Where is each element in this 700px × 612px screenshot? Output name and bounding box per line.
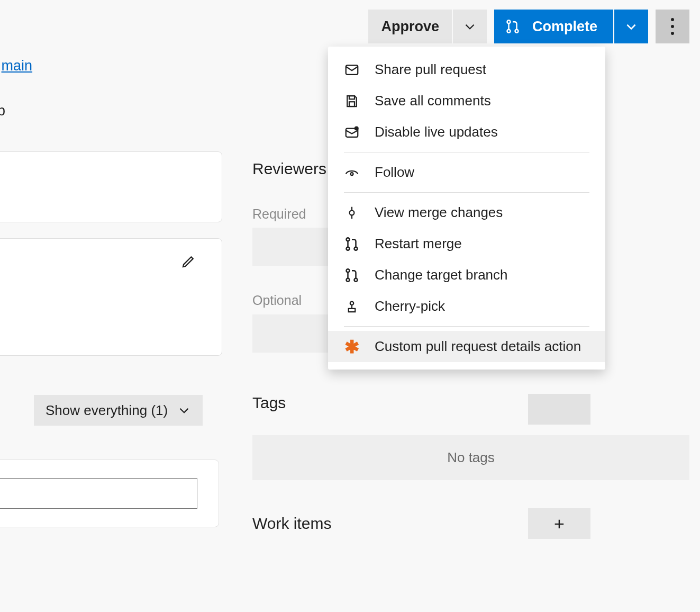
workitems-heading: Work items [252, 515, 331, 533]
svg-point-12 [354, 247, 358, 250]
svg-point-9 [350, 210, 354, 215]
optional-reviewer-slot[interactable] [252, 314, 337, 353]
required-reviewer-slot[interactable] [252, 228, 337, 266]
menu-label: Share pull request [375, 61, 486, 78]
target-branch-breadcrumb: o main [0, 58, 32, 74]
live-updates-icon [344, 124, 360, 140]
svg-rect-5 [349, 102, 354, 106]
svg-point-10 [347, 238, 350, 241]
menu-label: Restart merge [375, 236, 462, 252]
description-card [0, 151, 222, 222]
menu-save-comments[interactable]: Save all comments [328, 85, 605, 116]
chevron-down-icon [177, 403, 191, 417]
mail-icon [344, 62, 360, 78]
tab-fragment: ab [0, 103, 5, 119]
svg-point-16 [350, 301, 354, 305]
edit-button[interactable] [180, 254, 196, 269]
chevron-down-icon [624, 20, 638, 33]
svg-point-13 [347, 269, 350, 272]
svg-point-15 [354, 278, 358, 281]
menu-separator [344, 152, 589, 152]
comment-input-card [0, 460, 219, 527]
menu-separator [344, 192, 589, 193]
comment-card [0, 238, 222, 356]
svg-point-7 [354, 126, 359, 130]
menu-share-pr[interactable]: Share pull request [328, 54, 605, 85]
svg-rect-4 [349, 96, 354, 99]
menu-follow[interactable]: Follow [328, 157, 605, 188]
reviewers-heading: Reviewers [252, 160, 326, 178]
required-label: Required [252, 206, 306, 222]
branch-link-main[interactable]: main [2, 58, 33, 74]
menu-disable-live[interactable]: Disable live updates [328, 116, 605, 148]
branch-icon [344, 236, 360, 252]
comments-filter-button[interactable]: Show everything (1) [34, 395, 203, 426]
menu-separator [344, 326, 589, 327]
approve-label: Approve [381, 19, 439, 35]
filter-label: Show everything (1) [46, 402, 168, 419]
complete-dropdown[interactable] [614, 10, 648, 43]
menu-custom-action[interactable]: ✱ Custom pull request details action [328, 331, 605, 362]
tags-heading: Tags [252, 394, 286, 412]
tags-empty-state[interactable]: No tags [252, 435, 689, 480]
pr-action-bar: Approve Complete [368, 10, 700, 43]
commit-icon [344, 205, 360, 221]
menu-label: Cherry-pick [375, 298, 445, 314]
cherry-pick-icon [344, 299, 360, 314]
chevron-down-icon [463, 20, 477, 33]
complete-split-button: Complete [494, 10, 648, 43]
asterisk-icon: ✱ [344, 339, 360, 355]
no-tags-label: No tags [447, 449, 495, 466]
menu-label: Save all comments [375, 93, 491, 109]
save-icon [344, 93, 360, 109]
svg-point-0 [507, 20, 510, 23]
complete-label: Complete [532, 19, 597, 35]
svg-point-14 [347, 278, 350, 281]
menu-view-merge[interactable]: View merge changes [328, 197, 605, 228]
menu-label: Disable live updates [375, 124, 498, 140]
svg-point-8 [351, 173, 353, 175]
more-actions-menu: Share pull request Save all comments Dis… [328, 47, 605, 370]
plus-icon: + [554, 514, 565, 534]
optional-label: Optional [252, 293, 302, 308]
ellipsis-vertical-icon [671, 18, 674, 35]
approve-split-button: Approve [368, 10, 487, 43]
svg-point-11 [347, 247, 350, 250]
menu-label: Follow [375, 164, 414, 181]
approve-button[interactable]: Approve [368, 10, 452, 43]
svg-point-1 [507, 30, 510, 33]
menu-restart-merge[interactable]: Restart merge [328, 228, 605, 259]
branch-icon [344, 267, 360, 283]
menu-change-target[interactable]: Change target branch [328, 259, 605, 291]
approve-dropdown[interactable] [453, 10, 487, 43]
add-workitem-button[interactable]: + [528, 508, 590, 539]
pull-request-icon [505, 19, 521, 34]
menu-label: Custom pull request details action [375, 338, 581, 355]
eye-icon [344, 165, 360, 181]
comment-input[interactable] [0, 478, 197, 509]
menu-label: Change target branch [375, 267, 508, 283]
svg-point-2 [515, 30, 518, 33]
menu-label: View merge changes [375, 204, 503, 221]
add-tag-button-stub[interactable] [528, 394, 590, 425]
more-actions-button[interactable] [656, 10, 689, 43]
complete-button[interactable]: Complete [494, 10, 613, 43]
menu-cherry-pick[interactable]: Cherry-pick [328, 291, 605, 322]
